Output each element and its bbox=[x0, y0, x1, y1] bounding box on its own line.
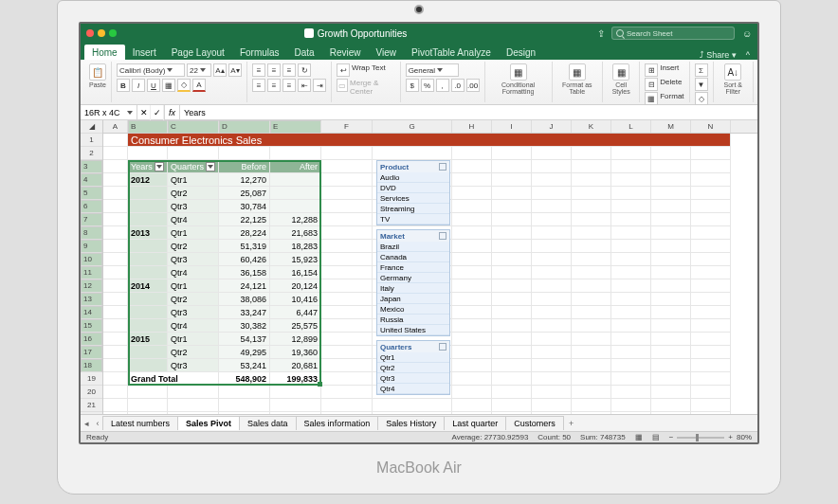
cell[interactable]: 18,283 bbox=[270, 240, 321, 253]
cell[interactable] bbox=[572, 319, 611, 333]
cell[interactable] bbox=[103, 200, 128, 213]
cell[interactable] bbox=[321, 372, 373, 386]
col-header-J[interactable]: J bbox=[532, 120, 572, 133]
cell[interactable] bbox=[572, 173, 611, 187]
cell[interactable]: 33,247 bbox=[219, 306, 270, 319]
slicer-item[interactable]: Japan bbox=[377, 294, 449, 304]
cell[interactable] bbox=[492, 200, 532, 213]
cell[interactable] bbox=[691, 226, 731, 240]
cell[interactable] bbox=[611, 386, 651, 399]
cell[interactable] bbox=[103, 293, 128, 306]
slicer-item[interactable]: Audio bbox=[377, 172, 449, 183]
cell[interactable] bbox=[532, 359, 572, 372]
cell[interactable]: Qtr1 bbox=[168, 226, 219, 240]
cell[interactable] bbox=[128, 359, 168, 372]
cell[interactable]: 15,923 bbox=[270, 253, 321, 266]
cell[interactable]: Qtr4 bbox=[168, 266, 219, 279]
zoom-window-icon[interactable] bbox=[109, 29, 117, 37]
cell[interactable]: Qtr2 bbox=[168, 240, 219, 253]
cell[interactable] bbox=[321, 386, 373, 399]
row-header-19[interactable]: 19 bbox=[81, 372, 102, 386]
cell[interactable] bbox=[452, 293, 492, 306]
cell[interactable] bbox=[611, 187, 651, 200]
indent-increase-icon[interactable]: ⇥ bbox=[313, 79, 326, 92]
cell[interactable] bbox=[452, 333, 492, 346]
cell[interactable] bbox=[611, 213, 651, 226]
cell[interactable] bbox=[572, 386, 611, 399]
cell[interactable] bbox=[452, 346, 492, 359]
row-header-12[interactable]: 12 bbox=[81, 279, 102, 293]
cell[interactable] bbox=[452, 319, 492, 333]
cell[interactable] bbox=[611, 359, 651, 372]
cell[interactable]: Qtr1 bbox=[168, 279, 219, 293]
cell[interactable] bbox=[532, 253, 572, 266]
cell[interactable] bbox=[103, 359, 128, 372]
cell[interactable] bbox=[321, 240, 373, 253]
cell[interactable] bbox=[219, 147, 270, 160]
slicer-clear-icon[interactable] bbox=[439, 163, 446, 171]
font-color-button[interactable]: A bbox=[192, 79, 206, 92]
cell[interactable] bbox=[103, 346, 128, 359]
cancel-formula-icon[interactable]: ✕ bbox=[137, 105, 151, 120]
cell[interactable] bbox=[691, 293, 731, 306]
cell[interactable] bbox=[128, 200, 168, 213]
cell[interactable] bbox=[532, 187, 572, 200]
cell[interactable]: Qtr3 bbox=[168, 253, 219, 266]
increase-font-icon[interactable]: A▴ bbox=[213, 63, 227, 77]
cell[interactable] bbox=[103, 226, 128, 240]
slicer-item[interactable]: Qtr1 bbox=[377, 352, 449, 363]
fill-icon[interactable]: ▼ bbox=[695, 78, 708, 91]
cell[interactable] bbox=[103, 399, 128, 412]
cell[interactable] bbox=[572, 253, 611, 266]
cell[interactable] bbox=[452, 240, 492, 253]
fx-icon[interactable]: fx bbox=[165, 105, 180, 119]
cell[interactable] bbox=[572, 333, 611, 346]
wrap-text-button[interactable]: ↩Wrap Text bbox=[337, 63, 386, 77]
cell[interactable] bbox=[651, 279, 691, 293]
cell[interactable] bbox=[492, 319, 532, 333]
cell[interactable]: 49,295 bbox=[219, 346, 270, 359]
cell[interactable] bbox=[532, 226, 572, 240]
cell[interactable] bbox=[691, 359, 731, 372]
cell-styles-button[interactable]: ▦Cell Styles bbox=[603, 62, 640, 102]
align-bottom-icon[interactable]: ≡ bbox=[282, 63, 296, 77]
cell[interactable] bbox=[321, 213, 373, 226]
cell[interactable]: 60,426 bbox=[219, 253, 270, 266]
cell[interactable] bbox=[651, 319, 691, 333]
cell[interactable] bbox=[532, 293, 572, 306]
cell[interactable]: Qtr1 bbox=[168, 173, 219, 187]
row-header-2[interactable]: 2 bbox=[81, 147, 102, 160]
col-header-H[interactable]: H bbox=[452, 120, 492, 133]
cell[interactable] bbox=[103, 160, 128, 173]
cell[interactable] bbox=[611, 173, 651, 187]
cell[interactable] bbox=[270, 173, 321, 187]
cell[interactable] bbox=[651, 372, 691, 386]
cell[interactable]: Qtr1 bbox=[168, 333, 219, 346]
cell[interactable] bbox=[452, 279, 492, 293]
traffic-lights[interactable] bbox=[86, 29, 117, 37]
cell[interactable] bbox=[651, 200, 691, 213]
sheet-tab-sales-pivot[interactable]: Sales Pivot bbox=[177, 416, 240, 430]
cell[interactable] bbox=[492, 306, 532, 319]
sheet-nav-first-icon[interactable]: ◂ bbox=[81, 419, 92, 428]
cell[interactable] bbox=[452, 160, 492, 173]
cell[interactable]: Qtr2 bbox=[168, 187, 219, 200]
cell[interactable] bbox=[611, 253, 651, 266]
slicer-item[interactable]: Italy bbox=[377, 283, 449, 294]
slicer-item[interactable]: Streaming bbox=[377, 204, 449, 214]
ribbon-tab-insert[interactable]: Insert bbox=[125, 45, 164, 60]
cell[interactable] bbox=[691, 399, 731, 412]
slicer-item[interactable]: France bbox=[377, 262, 449, 273]
cell[interactable]: 548,902 bbox=[219, 372, 270, 386]
cell[interactable] bbox=[611, 333, 651, 346]
cell[interactable] bbox=[611, 279, 651, 293]
row-header-18[interactable]: 18 bbox=[81, 359, 102, 372]
filter-dropdown-icon[interactable] bbox=[155, 162, 164, 171]
cell[interactable] bbox=[611, 240, 651, 253]
name-box[interactable]: 16R x 4C bbox=[81, 105, 137, 119]
slicer-product[interactable]: ProductAudioDVDServicesStreamingTV bbox=[376, 160, 450, 225]
cell[interactable] bbox=[492, 293, 532, 306]
cell[interactable] bbox=[321, 346, 373, 359]
row-header-20[interactable]: 20 bbox=[81, 386, 102, 399]
col-header-M[interactable]: M bbox=[651, 120, 691, 133]
